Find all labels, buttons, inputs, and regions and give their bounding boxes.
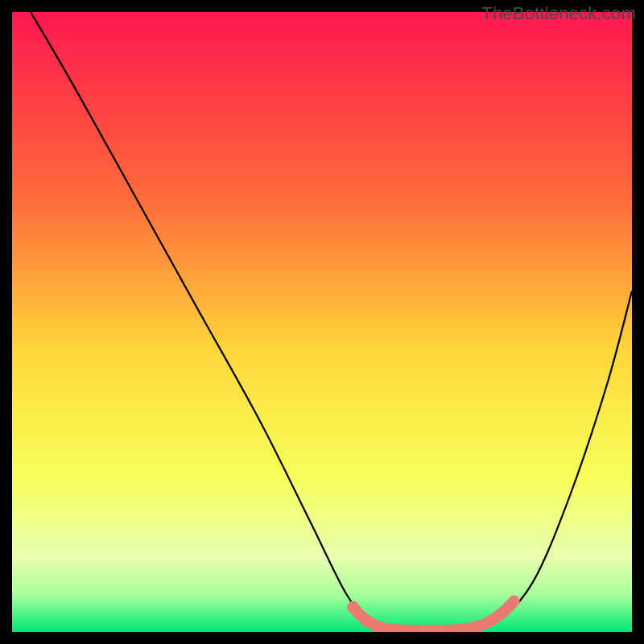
watermark-text: TheBottleneck.com bbox=[481, 3, 636, 24]
highlight-dot bbox=[359, 613, 371, 625]
gradient-background bbox=[12, 12, 632, 632]
highlight-dot bbox=[347, 601, 359, 613]
chart-area bbox=[12, 12, 632, 632]
bottleneck-chart bbox=[12, 12, 632, 632]
